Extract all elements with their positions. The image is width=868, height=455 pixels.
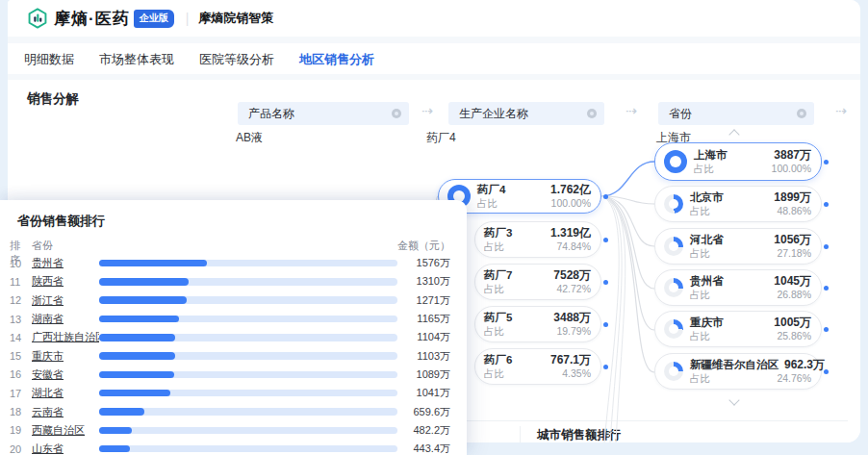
donut-chart-icon xyxy=(664,237,683,256)
filter-dropdown-生产企业名称[interactable]: 生产企业名称 xyxy=(448,102,604,125)
ratio-percent: 26.88% xyxy=(777,288,811,301)
node-row-ratio: 占比100.00% xyxy=(477,196,591,210)
tree-node-药厂3[interactable]: 药厂31.319亿占比74.84% xyxy=(474,221,601,258)
tree-node-药厂5[interactable]: 药厂53488万占比19.79% xyxy=(474,306,601,342)
target-circle-icon[interactable] xyxy=(797,109,806,118)
amount-value: 1310万 xyxy=(397,274,467,289)
ratio-percent: 42.72% xyxy=(556,282,591,295)
node-name: 药厂5 xyxy=(484,311,512,324)
node-value: 1.319亿 xyxy=(550,226,591,240)
rank-number: 20 xyxy=(10,443,29,455)
bar-track xyxy=(99,445,397,453)
ratio-label: 占比 xyxy=(690,246,710,260)
ratio-percent: 4.35% xyxy=(562,367,591,380)
node-name: 药厂4 xyxy=(477,183,505,196)
logo-hexagon-icon xyxy=(27,8,48,29)
bar-track xyxy=(99,278,397,286)
chevron-down-icon[interactable] xyxy=(728,393,740,405)
node-value: 1899万 xyxy=(774,190,811,204)
node-name: 药厂7 xyxy=(484,268,512,282)
tree-node-上海市[interactable]: 上海市3887万占比100.00% xyxy=(654,142,822,181)
page: 摩熵·医药 企业版 | 摩熵院销智策 明细数据市场整体表现医院等级分析地区销售分… xyxy=(0,0,868,455)
province-link[interactable]: 湖北省 xyxy=(32,386,99,400)
ratio-percent: 19.79% xyxy=(556,324,591,338)
target-circle-icon[interactable] xyxy=(392,109,401,118)
amount-value: 1576万 xyxy=(397,256,467,270)
node-body: 河北省1056万占比27.18% xyxy=(690,233,811,260)
bar-fill xyxy=(99,296,187,304)
tree-node-重庆市[interactable]: 重庆市1005万占比25.86% xyxy=(654,311,822,347)
province-link[interactable]: 陕西省 xyxy=(32,274,99,289)
logo-text: 摩熵·医药 xyxy=(54,8,130,30)
tree-node-河北省[interactable]: 河北省1056万占比27.18% xyxy=(654,228,822,265)
rank-number: 19 xyxy=(10,424,29,436)
node-value: 7528万 xyxy=(553,268,591,282)
node-row-main: 药厂6767.1万 xyxy=(484,353,591,367)
node-body: 贵州省1045万占比26.88% xyxy=(690,274,811,301)
node-row-ratio: 占比42.72% xyxy=(484,282,591,295)
donut-chart-icon xyxy=(664,319,683,339)
tree-node-北京市[interactable]: 北京市1899万占比48.86% xyxy=(654,186,822,222)
province-link[interactable]: 山东省 xyxy=(32,442,99,455)
node-value: 1056万 xyxy=(774,233,811,246)
rank-number: 16 xyxy=(10,368,29,380)
tree-node-药厂6[interactable]: 药厂6767.1万占比4.35% xyxy=(474,348,601,385)
app-header: 摩熵·医药 企业版 | 摩熵院销智策 xyxy=(8,0,860,37)
tab-明细数据[interactable]: 明细数据 xyxy=(24,51,74,75)
province-link[interactable]: 云南省 xyxy=(32,405,99,419)
node-value: 3887万 xyxy=(774,148,811,162)
node-row-main: 药厂53488万 xyxy=(484,311,591,324)
node-row-main: 新疆维吾尔自治区962.3万 xyxy=(690,358,811,371)
node-body: 药厂6767.1万占比4.35% xyxy=(484,353,591,380)
tree-node-贵州省[interactable]: 贵州省1045万占比26.88% xyxy=(654,269,822,306)
node-row-main: 北京市1899万 xyxy=(690,190,811,204)
tree-node-药厂7[interactable]: 药厂77528万占比42.72% xyxy=(474,264,601,300)
ratio-label: 占比 xyxy=(690,371,710,385)
rank-number: 13 xyxy=(10,314,29,325)
province-link[interactable]: 广西壮族自治区 xyxy=(32,330,99,344)
connector-dot-icon xyxy=(603,322,608,327)
app-title: 摩熵院销智策 xyxy=(198,10,273,27)
chevron-up-icon[interactable] xyxy=(728,126,740,138)
province-link[interactable]: 贵州省 xyxy=(32,256,99,270)
ratio-label: 占比 xyxy=(484,367,504,380)
ratio-percent: 27.18% xyxy=(777,246,811,260)
target-circle-icon[interactable] xyxy=(587,109,597,118)
province-link[interactable]: 重庆市 xyxy=(32,349,99,364)
node-value: 1045万 xyxy=(774,274,811,288)
province-link[interactable]: 西藏自治区 xyxy=(32,423,99,438)
ranking-row: 17湖北省1041万 xyxy=(0,384,467,402)
province-link[interactable]: 湖南省 xyxy=(32,312,99,326)
bar-fill xyxy=(99,334,175,341)
ratio-label: 占比 xyxy=(484,324,504,338)
province-ranking-panel: 省份销售额排行 排序 省份 金额（元） 10贵州省1576万11陕西省1310万… xyxy=(0,200,467,455)
node-row-ratio: 占比19.79% xyxy=(484,324,591,338)
tab-医院等级分析[interactable]: 医院等级分析 xyxy=(199,51,274,75)
bar-fill xyxy=(99,390,170,397)
connector-dot-icon xyxy=(824,160,829,164)
ratio-percent: 100.00% xyxy=(551,196,591,210)
node-body: 药厂41.762亿占比100.00% xyxy=(477,183,591,210)
connector-dot-icon xyxy=(824,369,829,374)
amount-value: 1271万 xyxy=(397,293,467,308)
node-row-ratio: 占比26.88% xyxy=(690,288,811,301)
node-row-ratio: 占比27.18% xyxy=(690,246,811,260)
tree-node-新疆维吾尔自治区[interactable]: 新疆维吾尔自治区962.3万占比24.76% xyxy=(654,353,822,390)
bar-fill xyxy=(99,408,144,416)
ratio-percent: 100.00% xyxy=(772,162,811,175)
donut-chart-icon xyxy=(664,150,687,173)
tab-市场整体表现[interactable]: 市场整体表现 xyxy=(99,51,174,75)
header-separator xyxy=(8,37,860,43)
bottom-card-left-border xyxy=(520,426,521,442)
filter-dropdown-产品名称[interactable]: 产品名称 xyxy=(238,102,409,125)
province-link[interactable]: 安徽省 xyxy=(32,367,99,382)
node-name: 上海市 xyxy=(694,148,728,162)
filter-dropdown-省份[interactable]: 省份 xyxy=(658,102,814,125)
ranking-row: 15重庆市1103万 xyxy=(0,346,467,365)
bar-track xyxy=(99,316,397,323)
ratio-label: 占比 xyxy=(690,329,710,342)
node-row-ratio: 占比25.86% xyxy=(690,329,811,342)
rank-number: 10 xyxy=(10,258,29,269)
province-link[interactable]: 浙江省 xyxy=(32,293,99,308)
node-value: 767.1万 xyxy=(550,353,591,367)
